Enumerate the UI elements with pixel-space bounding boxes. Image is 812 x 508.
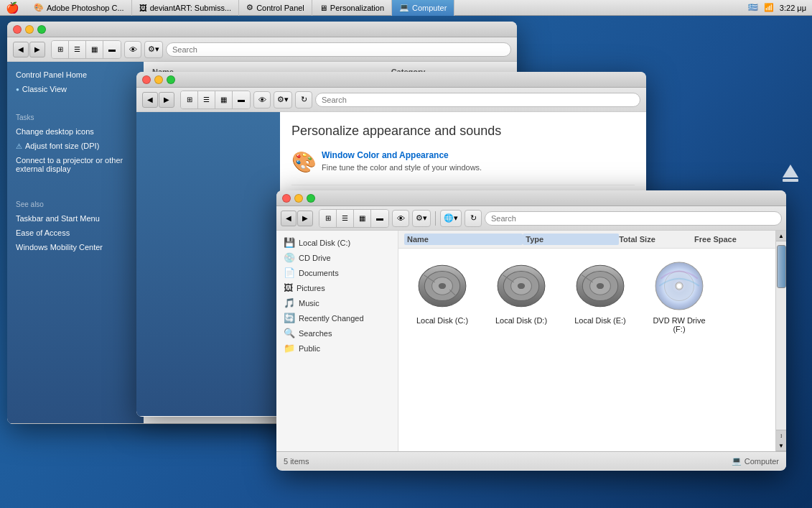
close-button-pers[interactable] (142, 75, 151, 84)
sidebar-item-music[interactable]: 🎵 Music (276, 295, 398, 310)
minimize-button-pers[interactable] (154, 75, 163, 84)
col-name-comp[interactable]: Name (404, 234, 523, 245)
pers-sidebar (136, 112, 280, 416)
settings-btn-cp[interactable]: ⚙▾ (144, 41, 163, 58)
back-arrow-comp[interactable]: ◀ (281, 211, 297, 226)
photoshop-icon: 🎨 (34, 3, 44, 12)
sidebar-item-pictures[interactable]: 🖼 Pictures (276, 280, 398, 295)
cd-drive-icon: 💿 (284, 252, 295, 263)
sidebar-item-font-size[interactable]: ⚠ Adjust font size (DPI) (7, 139, 144, 153)
view-list-pers[interactable]: ☰ (198, 91, 215, 108)
view-detail-comp[interactable]: ▦ (354, 210, 371, 227)
drive-item-c[interactable]: Local Disk (C:) (410, 260, 475, 333)
deviantart-icon: 🖼 (139, 4, 147, 12)
preview-btn-comp[interactable]: 👁 (392, 210, 409, 227)
view-strip-comp[interactable]: ▬ (371, 210, 388, 227)
col-type-comp[interactable]: Type (523, 234, 619, 245)
svg-rect-1 (783, 179, 798, 182)
close-button-comp[interactable] (282, 194, 291, 203)
view-strip-pers[interactable]: ▬ (233, 91, 250, 108)
sidebar-item-cp-classic[interactable]: ● Classic View (7, 82, 144, 96)
traffic-lights-cp (13, 25, 46, 34)
sidebar-item-documents[interactable]: 📄 Documents (276, 265, 398, 280)
maximize-button-comp[interactable] (307, 194, 315, 203)
cp-titlebar (7, 22, 517, 37)
apple-menu[interactable]: 🍎 (6, 1, 19, 14)
drive-item-d[interactable]: Local Disk (D:) (489, 260, 554, 333)
traffic-lights-pers (142, 75, 175, 84)
drive-item-f[interactable]: DVD RW Drive(F:) (647, 260, 711, 333)
pers-item-text-color: Window Color and Appearance Fine tune th… (322, 150, 482, 173)
view-detail-cp[interactable]: ▦ (86, 41, 103, 58)
comp-toolbar: ◀ ▶ ⊞ ☰ ▦ ▬ 👁 ⚙▾ 🌐▾ ↻ (276, 206, 786, 231)
svg-point-11 (518, 283, 525, 289)
refresh-btn-pers[interactable]: ↻ (295, 91, 312, 108)
sidebar-item-taskbar[interactable]: Taskbar and Start Menu (7, 211, 144, 226)
sidebar-item-recently-changed[interactable]: 🔄 Recently Changed (276, 310, 398, 325)
sidebar-item-searches[interactable]: 🔍 Searches (276, 325, 398, 341)
back-arrow-pers[interactable]: ◀ (142, 92, 158, 108)
view-detail-pers[interactable]: ▦ (215, 91, 233, 108)
searches-icon: 🔍 (284, 328, 295, 338)
pers-title: Personalize appearance and sounds (291, 124, 635, 139)
sidebar-item-mobility[interactable]: Windows Mobility Center (7, 240, 144, 254)
view-list-cp[interactable]: ☰ (69, 41, 86, 58)
scroll-up-arrow[interactable]: ▲ (776, 231, 786, 241)
comp-scrollbar: ▲ ↕ ▼ (775, 231, 786, 451)
tab-computer[interactable]: 💻 Computer (392, 0, 454, 16)
preview-btn-cp[interactable]: 👁 (124, 41, 141, 58)
tab-photoshop[interactable]: 🎨 Adobe Photoshop C... (27, 0, 132, 16)
comp-main: Name Type Total Size Free Space (398, 231, 775, 451)
refresh-btn-comp[interactable]: ↻ (465, 210, 482, 227)
minimize-button-comp[interactable] (294, 194, 303, 203)
minimize-button-cp[interactable] (25, 25, 34, 34)
drive-item-e[interactable]: Local Disk (E:) (568, 260, 633, 333)
comp-status: 5 items 💻 Computer (276, 451, 786, 470)
view-icons-pers[interactable]: ⊞ (181, 91, 198, 108)
search-input-comp[interactable] (485, 211, 782, 226)
view-strip-cp[interactable]: ▬ (103, 41, 121, 58)
menu-bar-left: 🍎 🎨 Adobe Photoshop C... 🖼 deviantART: S… (6, 0, 454, 16)
view-buttons-cp: ⊞ ☰ ▦ ▬ (51, 40, 121, 59)
col-size-comp[interactable]: Total Size (619, 235, 694, 244)
scroll-down-arrow[interactable]: ▼ (776, 440, 786, 451)
sidebar-item-change-icons[interactable]: Change desktop icons (7, 124, 144, 139)
pictures-icon: 🖼 (284, 282, 293, 293)
search-input-pers[interactable] (315, 93, 640, 107)
preview-btn-pers[interactable]: 👁 (253, 91, 271, 108)
eject-icon[interactable] (776, 158, 805, 187)
settings-btn-pers[interactable]: ⚙▾ (274, 91, 292, 108)
separator-comp (435, 211, 436, 226)
sidebar-item-projector[interactable]: Connect to a projector or other external… (7, 153, 144, 176)
close-button-cp[interactable] (13, 25, 22, 34)
forward-arrow-pers[interactable]: ▶ (159, 92, 174, 108)
sidebar-item-ease[interactable]: Ease of Access (7, 226, 144, 240)
maximize-button-pers[interactable] (167, 75, 175, 84)
comp-content: 💾 Local Disk (C:) 💿 CD Drive 📄 Documents… (276, 231, 786, 451)
tab-personalization[interactable]: 🖥 Personalization (312, 0, 392, 16)
view-icons-cp[interactable]: ⊞ (52, 41, 69, 58)
view-icons-comp[interactable]: ⊞ (319, 210, 337, 227)
forward-arrow-cp[interactable]: ▶ (29, 42, 45, 57)
sidebar-item-public[interactable]: 📁 Public (276, 341, 398, 356)
sidebar-item-local-disk[interactable]: 💾 Local Disk (C:) (276, 235, 398, 250)
col-free-comp[interactable]: Free Space (694, 235, 770, 244)
sidebar-item-cd-drive[interactable]: 💿 CD Drive (276, 250, 398, 265)
scroll-thumb[interactable] (777, 245, 786, 288)
view-list-comp[interactable]: ☰ (337, 210, 354, 227)
window-color-link[interactable]: Window Color and Appearance (322, 150, 482, 160)
tab-deviantart[interactable]: 🖼 deviantART: Submiss... (132, 0, 240, 16)
menu-bar-tabs: 🎨 Adobe Photoshop C... 🖼 deviantART: Sub… (27, 0, 454, 16)
maximize-button-cp[interactable] (37, 25, 46, 34)
search-input-cp[interactable] (166, 42, 511, 57)
forward-arrow-comp[interactable]: ▶ (297, 211, 313, 226)
settings-btn-comp[interactable]: ⚙▾ (412, 210, 431, 227)
shield-icon: ⚠ (16, 142, 22, 150)
sidebar-item-cp-home[interactable]: Control Panel Home (7, 68, 144, 82)
back-arrow-cp[interactable]: ◀ (13, 42, 29, 57)
view-buttons-comp: ⊞ ☰ ▦ ▬ (319, 209, 389, 228)
scroll-resize-icon[interactable]: ↕ (776, 430, 786, 440)
nav-arrows-comp: ◀ ▶ (281, 211, 313, 226)
tab-control-panel[interactable]: ⚙ Control Panel (239, 0, 312, 16)
network-btn-comp[interactable]: 🌐▾ (440, 210, 462, 227)
